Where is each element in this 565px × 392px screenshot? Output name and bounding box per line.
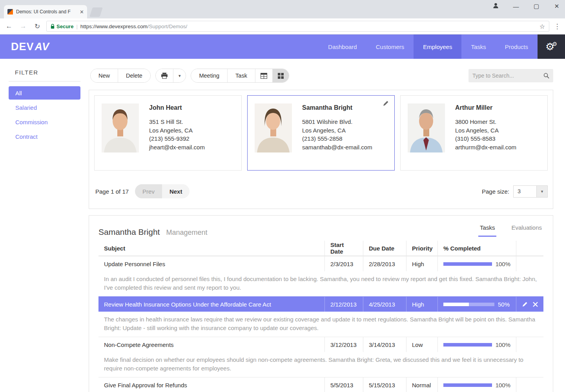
nav-item-dashboard[interactable]: Dashboard	[319, 34, 366, 59]
close-window-icon[interactable]: ✕	[552, 3, 561, 10]
forward-icon[interactable]: →	[18, 22, 28, 30]
minimize-icon[interactable]: —	[512, 3, 520, 10]
edit-card-icon[interactable]	[383, 100, 389, 108]
page-size-value: 3	[514, 188, 536, 194]
employee-card-john-heart[interactable]: John Heart 351 S Hill St. Los Angeles, C…	[94, 95, 242, 171]
nav-item-products[interactable]: Products	[496, 34, 538, 59]
url-field[interactable]: Secure | https://www.devexpress.com/Supp…	[46, 21, 549, 32]
sidebar-item-all[interactable]: All	[9, 86, 80, 100]
search-input[interactable]	[472, 73, 543, 79]
task-subject: Give Final Approval for Refunds	[98, 377, 324, 392]
employee-email: arthurm@dx-email.com	[455, 143, 516, 152]
table-row[interactable]: Give Final Approval for Refunds 5/5/2013…	[98, 377, 543, 392]
search-box	[468, 69, 553, 82]
task-actions	[516, 256, 543, 271]
employee-photo	[408, 103, 445, 152]
delete-button[interactable]: Delete	[118, 69, 150, 82]
settings-button[interactable]: ⚙⚙	[538, 34, 565, 59]
detail-title: Samantha Bright	[98, 227, 160, 237]
page-info: Page 1 of 17	[95, 188, 129, 195]
delete-task-icon[interactable]	[533, 302, 538, 307]
employee-address1: 351 S Hill St.	[149, 118, 205, 126]
nav-item-employees[interactable]: Employees	[414, 34, 461, 59]
employee-name: John Heart	[149, 104, 205, 111]
task-note: In an audit I conducted of personnel fil…	[98, 271, 543, 296]
page-size-select[interactable]: 3 ▾	[513, 185, 548, 198]
card-view-button[interactable]	[272, 69, 289, 82]
sidebar-item-salaried[interactable]: Salaried	[9, 101, 80, 114]
sidebar-item-commission[interactable]: Commission	[9, 115, 80, 129]
devexpress-favicon	[7, 9, 13, 15]
bookmark-star-icon[interactable]: ☆	[539, 23, 545, 30]
back-icon[interactable]: ←	[4, 22, 14, 30]
task-due: 4/25/2013	[363, 297, 406, 312]
task-start: 2/12/2013	[324, 297, 363, 312]
employee-address2: Los Angeles, CA	[302, 126, 372, 135]
employee-address2: Los Angeles, CA	[149, 126, 205, 135]
employee-photo	[102, 103, 139, 152]
sidebar-item-contract[interactable]: Contract	[9, 130, 80, 143]
task-note: The changes in health insurance laws req…	[98, 312, 543, 337]
task-start: 5/5/2013	[324, 377, 363, 392]
employee-cards-row: John Heart 351 S Hill St. Los Angeles, C…	[89, 90, 553, 176]
table-row[interactable]: Update Personnel Files 2/3/2013 2/28/201…	[98, 256, 543, 271]
tab-close-icon[interactable]: ✕	[80, 9, 84, 15]
employee-card-samantha-bright[interactable]: Samantha Bright 5801 Wilshire Blvd. Los …	[247, 95, 395, 171]
browser-menu-icon[interactable]: ⋮	[553, 22, 561, 31]
employee-card-arthur-miller[interactable]: Arthur Miller 3800 Homer St. Los Angeles…	[400, 95, 548, 171]
task-priority: High	[406, 297, 437, 312]
tasks-table: Subject Start Date Due Date Priority % C…	[98, 241, 543, 392]
col-subject[interactable]: Subject	[98, 241, 324, 256]
employee-address2: Los Angeles, CA	[455, 126, 516, 135]
col-due-date[interactable]: Due Date	[363, 241, 406, 256]
new-button[interactable]: New	[91, 69, 118, 82]
browser-address-bar: ← → ↻ Secure | https://www.devexpress.co…	[0, 18, 565, 34]
url-text: https://www.devexpress.com/Support/Demos…	[80, 24, 187, 29]
refresh-icon[interactable]: ↻	[32, 22, 42, 31]
browser-tab[interactable]: Demos: UI Controls and F ✕	[4, 5, 87, 18]
new-tab-button[interactable]	[89, 7, 103, 17]
col-completed[interactable]: % Completed	[437, 241, 516, 256]
table-row-selected[interactable]: Review Health Insurance Options Under th…	[98, 296, 543, 312]
task-progress: 50%	[437, 297, 516, 312]
browser-tab-strip: Demos: UI Controls and F ✕ — ▢ ✕	[0, 0, 565, 18]
printer-icon	[161, 73, 168, 79]
secure-badge[interactable]: Secure	[51, 24, 73, 29]
col-start-date[interactable]: Start Date	[324, 241, 363, 256]
profile-icon[interactable]	[491, 2, 500, 10]
print-button[interactable]	[156, 69, 173, 82]
page-size-label: Page size:	[482, 188, 509, 195]
employee-photo	[255, 103, 292, 152]
card-view-icon	[278, 73, 284, 79]
prev-page-button[interactable]: Prev	[135, 184, 162, 198]
print-dropdown-button[interactable]: ▾	[173, 69, 186, 82]
next-page-button[interactable]: Next	[162, 184, 190, 198]
meeting-button[interactable]: Meeting	[191, 69, 227, 82]
maximize-icon[interactable]: ▢	[532, 3, 541, 10]
devav-logo[interactable]: DEVAV	[0, 34, 49, 59]
employee-name: Samantha Bright	[302, 104, 372, 111]
task-button[interactable]: Task	[227, 69, 255, 82]
tab-tasks[interactable]: Tasks	[478, 222, 496, 237]
employee-name: Arthur Miller	[455, 104, 516, 111]
task-subject: Review Health Insurance Options Under th…	[98, 297, 324, 312]
table-row[interactable]: Non-Compete Agreements 3/12/2013 3/14/20…	[98, 337, 543, 352]
task-subject: Non-Compete Agreements	[98, 337, 324, 352]
omnibox-separator: |	[76, 24, 77, 29]
task-priority: Normal	[406, 377, 437, 392]
table-view-button[interactable]	[255, 69, 272, 82]
detail-header: Samantha Bright Management Tasks Evaluat…	[98, 222, 543, 237]
nav-item-tasks[interactable]: Tasks	[461, 34, 495, 59]
filter-title: FILTER	[9, 69, 80, 76]
nav-item-customers[interactable]: Customers	[366, 34, 414, 59]
chevron-down-icon[interactable]: ▾	[536, 186, 547, 197]
col-priority[interactable]: Priority	[406, 241, 437, 256]
edit-task-icon[interactable]	[522, 301, 528, 307]
new-delete-group: New Delete	[90, 69, 151, 83]
gear-small-icon: ⚙	[552, 41, 557, 47]
tab-evaluations[interactable]: Evaluations	[510, 222, 543, 237]
page-size-control: Page size: 3 ▾	[482, 185, 548, 198]
search-icon[interactable]	[543, 73, 549, 79]
employee-phone: (310) 555-8583	[455, 134, 516, 143]
employee-email: jheart@dx-email.com	[149, 143, 205, 152]
